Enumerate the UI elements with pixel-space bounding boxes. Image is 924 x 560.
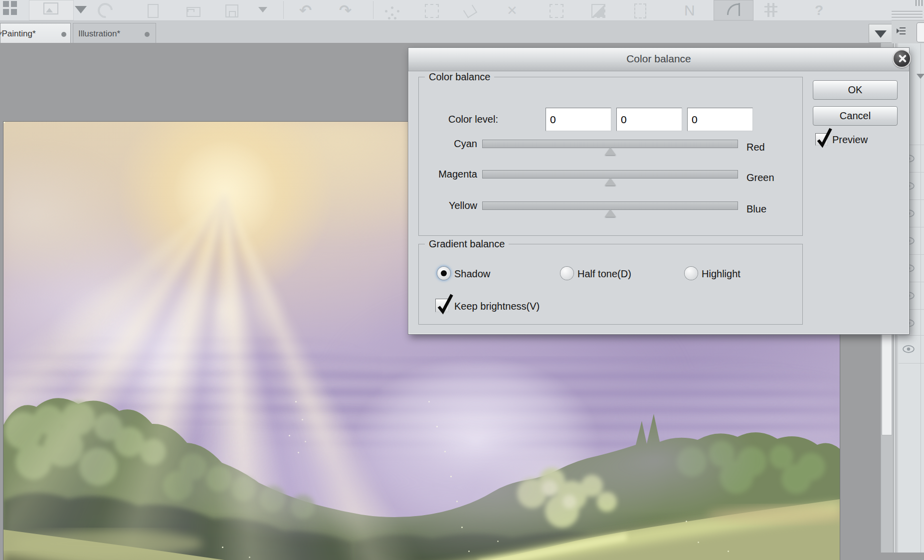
checkmark-icon xyxy=(815,125,834,147)
chevron-down-icon xyxy=(875,30,887,38)
open-file-icon[interactable] xyxy=(186,3,201,18)
panel-chevron-down-icon[interactable] xyxy=(917,74,924,79)
highlight-radio-label[interactable]: Highlight xyxy=(702,268,740,280)
preview-checkbox[interactable] xyxy=(815,133,828,146)
panel-handle-bars xyxy=(916,0,924,6)
reference-dropdown-caret[interactable] xyxy=(75,6,87,13)
keep-brightness-label[interactable]: Keep brightness(V) xyxy=(454,301,540,312)
checkmark-icon xyxy=(435,291,455,314)
slider-right-label-green: Green xyxy=(746,172,774,184)
group-label: Gradient balance xyxy=(425,238,509,250)
half-tone-radio-label[interactable]: Half tone(D) xyxy=(577,268,631,280)
slider-thumb[interactable] xyxy=(605,148,616,155)
tab-list-dropdown-button[interactable] xyxy=(869,24,893,43)
clear-selection-icon[interactable] xyxy=(550,3,564,18)
main-toolbar: ↶ ↷ ✕ N ? xyxy=(0,0,924,21)
magenta-green-slider[interactable] xyxy=(482,170,738,179)
slider-left-label-cyan: Cyan xyxy=(408,138,477,150)
redo-icon[interactable]: ↷ xyxy=(339,3,354,18)
dialog-title: Color balance xyxy=(408,53,909,65)
selection-border-icon[interactable] xyxy=(634,3,649,18)
invert-selection-icon[interactable] xyxy=(591,3,606,18)
app-window: { "app": {"name": "paint-app"}, "toolbar… xyxy=(0,0,924,560)
app-logo-spiral-icon xyxy=(98,3,113,18)
panel-partial-button[interactable] xyxy=(917,22,924,42)
new-file-icon[interactable] xyxy=(146,3,161,18)
shadow-radio-label[interactable]: Shadow xyxy=(454,268,490,280)
color-balance-dialog: Color balance Color balance Color level:… xyxy=(408,47,910,335)
tab-modified-dot xyxy=(61,32,66,37)
slider-right-label-blue: Blue xyxy=(746,203,766,215)
half-tone-radio[interactable] xyxy=(560,267,573,280)
shadow-radio[interactable] xyxy=(437,267,450,280)
ok-button[interactable]: OK xyxy=(813,80,898,100)
preview-label[interactable]: Preview xyxy=(832,134,868,146)
snap-grid-icon[interactable] xyxy=(764,3,779,18)
panel-grid-line xyxy=(921,43,921,553)
workspace-grid-icon[interactable] xyxy=(3,1,9,7)
color-level-input-1[interactable] xyxy=(546,108,611,131)
reference-image-button[interactable] xyxy=(29,0,74,20)
tab-label: Illustration* xyxy=(78,29,120,39)
canvas-sparkles-layer xyxy=(3,122,5,123)
gradient-balance-group: Gradient balance xyxy=(418,244,803,325)
close-button[interactable] xyxy=(893,49,911,68)
toolbar-separator xyxy=(373,1,373,19)
tab-sky-painting[interactable]: yPainting* xyxy=(0,23,71,43)
layer-visibility-eye-icon[interactable] xyxy=(903,345,915,353)
color-level-label: Color level: xyxy=(428,114,498,125)
color-level-input-3[interactable] xyxy=(687,108,753,131)
document-tabbar: yPainting* Illustration* xyxy=(0,21,924,44)
save-dropdown-caret[interactable] xyxy=(258,7,267,12)
select-area-icon[interactable] xyxy=(425,3,440,18)
help-icon[interactable]: ? xyxy=(811,3,826,18)
color-level-input-2[interactable] xyxy=(616,108,682,131)
save-file-icon[interactable] xyxy=(225,3,240,18)
tab-label: yPainting* xyxy=(0,29,36,39)
toolbar-separator xyxy=(283,1,284,19)
tab-modified-dot xyxy=(145,32,150,37)
dialog-titlebar[interactable]: Color balance xyxy=(408,48,909,71)
snap-ruler-icon[interactable]: N xyxy=(684,3,699,18)
highlight-radio[interactable] xyxy=(685,267,698,280)
slider-thumb[interactable] xyxy=(605,178,616,186)
tab-illustration[interactable]: Illustration* xyxy=(73,23,156,43)
yellow-blue-slider[interactable] xyxy=(482,201,738,210)
slider-left-label-magenta: Magenta xyxy=(408,169,477,180)
snap-curve-button[interactable] xyxy=(714,0,753,20)
fill-bucket-icon[interactable] xyxy=(465,3,480,18)
group-label: Color balance xyxy=(425,71,494,83)
panel-menu-icon[interactable] xyxy=(897,26,906,35)
panel-grip[interactable] xyxy=(892,10,923,19)
snap-curve-icon xyxy=(727,3,739,15)
cancel-button[interactable]: Cancel xyxy=(813,106,898,126)
transform-icon[interactable]: ✕ xyxy=(507,3,522,18)
slider-thumb[interactable] xyxy=(605,209,616,217)
slider-left-label-yellow: Yellow xyxy=(408,200,477,211)
slider-right-label-red: Red xyxy=(746,142,765,153)
reference-image-icon xyxy=(43,2,58,14)
keep-brightness-checkbox[interactable] xyxy=(435,299,449,312)
cyan-red-slider[interactable] xyxy=(482,140,738,148)
deselect-icon[interactable] xyxy=(385,3,400,18)
panel-header xyxy=(892,20,924,43)
undo-icon[interactable]: ↶ xyxy=(299,3,314,18)
